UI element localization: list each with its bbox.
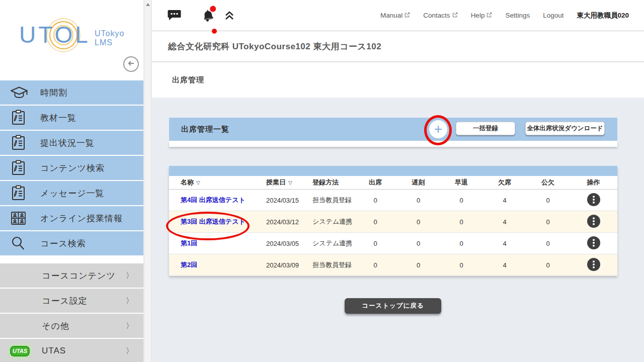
sort-icon[interactable]: ▽ xyxy=(288,180,292,186)
topbar-link-label: Settings xyxy=(505,12,530,19)
session-link[interactable]: 第4回 出席送信テスト xyxy=(181,196,246,204)
chevron-right-icon: 〉 xyxy=(126,296,133,306)
session-link[interactable]: 第1回 xyxy=(181,239,197,247)
session-name-cell: 第4回 出席送信テスト xyxy=(169,196,255,205)
course-header-bar: 総合文化研究科 UTokyoCourse102 東大用コース102 xyxy=(152,31,644,62)
row-actions-kebab-button[interactable] xyxy=(587,193,600,206)
external-link-icon xyxy=(452,12,458,19)
column-label: 名称 xyxy=(181,178,194,186)
sidebar-item-6[interactable]: コース検索 xyxy=(0,231,143,255)
bulk-register-button[interactable]: 一括登録 xyxy=(456,122,515,135)
download-all-attendance-button[interactable]: 全体出席状況ダウンロード xyxy=(525,122,605,135)
logo-subtitle-line1: UTokyo xyxy=(95,29,124,38)
actions-cell xyxy=(570,236,617,251)
sidebar-secondary-item-1[interactable]: コース設定〉 xyxy=(0,289,143,313)
column-label: 公欠 xyxy=(541,178,554,186)
logo-subtitle: UTokyo LMS xyxy=(95,29,124,48)
table-body: 第4回 出席送信テスト2024/03/15担当教員登録00040第3回 出席送信… xyxy=(169,190,617,276)
sidebar-item-2[interactable]: 提出状況一覧 xyxy=(0,131,143,155)
table-row-0: 第4回 出席送信テスト2024/03/15担当教員登録00040 xyxy=(169,190,617,211)
column-header-0[interactable]: 名称▽ xyxy=(169,178,255,187)
row-actions-kebab-button[interactable] xyxy=(587,236,600,249)
bell-icon[interactable] xyxy=(200,8,216,24)
add-attendance-button[interactable]: + xyxy=(429,120,447,138)
column-header-8: 操作 xyxy=(570,178,617,187)
count-cell-0: 0 xyxy=(354,218,397,226)
chevron-right-icon: 〉 xyxy=(126,271,133,281)
session-name-cell: 第2回 xyxy=(169,260,255,269)
attendance-panel-header: 出席管理一覧 + 一括登録 全体出席状況ダウンロード xyxy=(169,118,617,141)
topbar: ManualContactsHelpSettingsLogout東大用教職員02… xyxy=(152,0,644,31)
sidebar-secondary-item-2[interactable]: その他〉 xyxy=(0,314,143,338)
count-cell-4: 0 xyxy=(526,218,570,226)
attendance-table: 名称▽授業日▽登録方法出席遅刻早退欠席公欠操作 第4回 出席送信テスト2024/… xyxy=(169,166,617,276)
scrollbar-up-arrow-icon[interactable] xyxy=(146,3,150,6)
count-cell-2: 0 xyxy=(440,240,483,247)
sidebar-item-label: メッセージ一覧 xyxy=(30,188,105,199)
session-link[interactable]: 第3回 出席送信テスト xyxy=(181,218,246,225)
collapse-up-icon[interactable] xyxy=(223,10,235,22)
sidebar-secondary-item-0[interactable]: コースコンテンツ〉 xyxy=(0,263,143,288)
topbar-link-logout[interactable]: Logout xyxy=(543,12,564,19)
sidebar-secondary-menu: コースコンテンツ〉コース設定〉その他〉UTASUTAS〉 xyxy=(0,263,143,362)
count-cell-4: 0 xyxy=(526,197,570,204)
materials-icon xyxy=(0,110,30,126)
sidebar-collapse-button[interactable] xyxy=(123,56,139,72)
topbar-link-help[interactable]: Help xyxy=(471,12,493,19)
topbar-links: ManualContactsHelpSettingsLogout東大用教職員02… xyxy=(380,11,644,20)
column-header-4: 遅刻 xyxy=(397,178,440,187)
utas-logo-icon: UTAS xyxy=(0,346,30,356)
section-header-bar: 出席管理 xyxy=(152,62,644,98)
sidebar-item-3[interactable]: コンテンツ検索 xyxy=(0,156,143,180)
sidebar-item-label: オンライン授業情報 xyxy=(30,213,123,224)
column-header-6: 欠席 xyxy=(483,178,526,187)
sidebar-item-label: コース設定 xyxy=(30,295,88,307)
external-link-icon xyxy=(405,12,410,19)
column-header-2: 登録方法 xyxy=(302,178,354,187)
back-to-course-top-button[interactable]: コーストップに戻る xyxy=(345,298,441,314)
logo-subtitle-line2: LMS xyxy=(95,38,124,47)
row-actions-kebab-button[interactable] xyxy=(587,258,600,271)
sidebar-item-4[interactable]: メッセージ一覧 xyxy=(0,181,143,205)
count-cell-2: 0 xyxy=(440,218,483,226)
online-class-icon xyxy=(0,211,30,226)
column-label: 登録方法 xyxy=(312,178,339,186)
topbar-link-contacts[interactable]: Contacts xyxy=(423,12,457,19)
content-search-icon xyxy=(0,160,30,176)
sidebar-secondary-item-3[interactable]: UTASUTAS〉 xyxy=(0,339,143,362)
sidebar-scrollbar[interactable] xyxy=(144,0,151,362)
row-actions-kebab-button[interactable] xyxy=(587,215,600,228)
sidebar-item-0[interactable]: 時間割 xyxy=(0,80,143,105)
session-link[interactable]: 第2回 xyxy=(181,261,197,268)
graduation-cap-icon xyxy=(0,85,30,100)
count-cell-2: 0 xyxy=(440,197,483,204)
chevron-right-icon: 〉 xyxy=(126,346,133,356)
topbar-link-label: Logout xyxy=(543,12,564,19)
messages-icon xyxy=(0,185,30,201)
topbar-link-settings[interactable]: Settings xyxy=(505,12,530,19)
session-name-cell: 第3回 出席送信テスト xyxy=(169,217,255,226)
sidebar-item-label: 時間割 xyxy=(30,87,67,99)
count-cell-0: 0 xyxy=(354,197,397,204)
chat-icon[interactable] xyxy=(168,9,181,22)
count-cell-0: 0 xyxy=(354,240,397,247)
sidebar-item-5[interactable]: オンライン授業情報 xyxy=(0,206,143,230)
user-name[interactable]: 東大用教職員020 xyxy=(577,11,629,20)
sidebar-item-label: UTAS xyxy=(30,346,66,356)
sort-icon[interactable]: ▽ xyxy=(196,180,200,186)
sidebar-item-label: 提出状況一覧 xyxy=(30,137,95,149)
sidebar-item-1[interactable]: 教材一覧 xyxy=(0,106,143,130)
register-method-cell: システム連携 xyxy=(302,239,354,248)
session-name-cell: 第1回 xyxy=(169,239,255,248)
notification-badge xyxy=(209,5,216,12)
column-label: 授業日 xyxy=(266,178,286,186)
sidebar-logo-area: UTOL UTokyo LMS xyxy=(0,0,143,80)
column-header-1[interactable]: 授業日▽ xyxy=(255,178,302,187)
class-date-cell: 2024/03/15 xyxy=(255,197,302,204)
count-cell-0: 0 xyxy=(354,261,397,269)
chevron-right-icon: 〉 xyxy=(126,321,133,331)
column-label: 欠席 xyxy=(498,178,511,186)
topbar-link-manual[interactable]: Manual xyxy=(380,12,410,19)
table-header-row: 名称▽授業日▽登録方法出席遅刻早退欠席公欠操作 xyxy=(169,176,617,190)
count-cell-3: 4 xyxy=(483,197,526,204)
